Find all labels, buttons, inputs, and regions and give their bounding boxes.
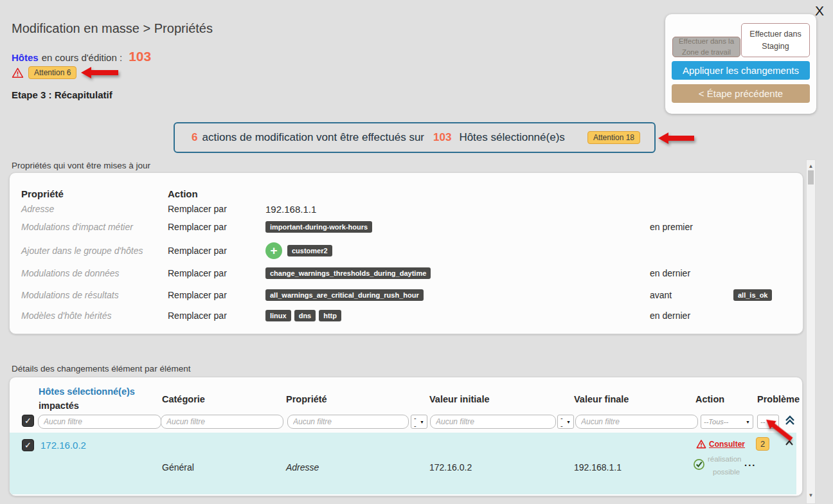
- col-category: Catégorie: [162, 394, 205, 404]
- page-title: Modification en masse > Propriétés: [12, 21, 213, 36]
- caret-down-icon: ▼: [566, 420, 571, 424]
- banner-text-middle: actions de modification vont être effect…: [202, 131, 424, 144]
- table-row: Adresse Remplacer par 192.168.1.1: [10, 201, 803, 217]
- hosts-count: 103: [129, 49, 151, 64]
- value-chip: change_warnings_thresholds_during_daytim…: [265, 267, 431, 279]
- select-all-checkbox[interactable]: ✓: [22, 415, 34, 427]
- filter-input-category[interactable]: [161, 415, 283, 429]
- caret-down-icon: ▼: [420, 420, 424, 424]
- value-chip: important-during-work-hours: [265, 221, 372, 233]
- warning-line: Attention 6: [12, 66, 118, 79]
- annotation-arrow-icon: [81, 66, 118, 79]
- tab-staging-line1: Effectuer dans: [742, 28, 809, 40]
- mass-edit-page: X Modification en masse > Propriétés Hôt…: [0, 0, 833, 504]
- property-name: Modulations de données: [21, 265, 120, 282]
- select-value: --Tous--: [704, 418, 728, 426]
- step-label: Etape 3 : Récapitulatif: [12, 89, 112, 100]
- caret-down-icon: ▼: [746, 420, 750, 424]
- action-type: Remplacer par: [168, 241, 227, 260]
- consult-link[interactable]: Consulter: [709, 440, 745, 449]
- hosts-link[interactable]: Hôtes: [12, 52, 39, 63]
- actions-panel: Effectuer dans la Zone de travail Effect…: [665, 14, 816, 114]
- position-hint: en dernier: [650, 265, 690, 282]
- properties-table: Propriété Action Adresse Remplacer par 1…: [9, 172, 803, 334]
- properties-header-row: Propriété Action: [10, 185, 803, 202]
- warning-icon: [12, 67, 24, 79]
- action-type: Remplacer par: [168, 265, 227, 282]
- col-action: Action: [695, 394, 724, 404]
- subrow-value-initial: 172.16.0.2: [429, 462, 472, 473]
- host-link[interactable]: 172.16.0.2: [40, 440, 86, 451]
- position-hint: en premier: [650, 219, 693, 235]
- actions-count: 6: [192, 131, 197, 144]
- more-actions-button[interactable]: ...: [744, 457, 757, 468]
- scrollbar-thumb[interactable]: [808, 170, 814, 184]
- tab-workzone-line2: Zone de travail: [673, 47, 740, 58]
- summary-banner: 6 actions de modification vont être effe…: [174, 122, 656, 153]
- warning-badge[interactable]: Attention 6: [28, 66, 76, 79]
- col-value-initial: Valeur initiale: [429, 394, 490, 404]
- action-type: Remplacer par: [168, 219, 227, 235]
- banner-hosts-count: 103: [433, 131, 451, 144]
- row-checkbox[interactable]: ✓: [22, 439, 34, 451]
- position-hint: en dernier: [650, 307, 690, 324]
- close-icon[interactable]: X: [815, 4, 824, 17]
- property-name: Ajouter dans le groupe d'hôtes: [21, 241, 143, 260]
- hosts-edit-line: Hôtes en cours d'édition : 103: [12, 49, 151, 64]
- filter-select-action[interactable]: --Tous-- ▼: [701, 415, 753, 429]
- status-possible-line2: possible: [713, 466, 740, 478]
- col-problem: Problème: [757, 394, 800, 404]
- property-name: Modèles d'hôte hérités: [21, 307, 111, 324]
- filter-input-value-final[interactable]: [575, 415, 698, 429]
- col-hosts-impacted[interactable]: Hôtes sélectionné(e)s: [39, 386, 135, 397]
- subrow-category: Général: [162, 462, 194, 473]
- status-possible-line1: réalisation: [708, 453, 741, 465]
- filter-select-initial-op[interactable]: -- ▼: [411, 415, 427, 429]
- details-section-title: Détails des changements élément par élém…: [12, 364, 190, 374]
- col-value-final: Valeur finale: [574, 394, 629, 404]
- property-name: Modulations de résultats: [21, 287, 119, 303]
- new-value: 192.168.1.1: [265, 201, 316, 217]
- table-row: Modulations de données Remplacer par cha…: [10, 265, 803, 282]
- action-type: Remplacer par: [168, 201, 227, 217]
- subrow-value-final: 192.168.1.1: [574, 462, 622, 473]
- action-type: Remplacer par: [168, 307, 227, 324]
- tab-workzone-line1: Effectuer dans la: [673, 36, 740, 47]
- table-row: Ajouter dans le groupe d'hôtes Remplacer…: [10, 241, 803, 260]
- hosts-edit-text: en cours d'édition :: [42, 52, 122, 63]
- col-hosts-impacted-line2: impactés: [39, 401, 79, 411]
- col-property: Propriété: [286, 394, 327, 404]
- host-row-group: ✓ 172.16.0.2 Consulter 2 Général Adresse…: [10, 433, 796, 494]
- tab-staging[interactable]: Effectuer dans Staging: [741, 23, 810, 57]
- reference-chip: all_is_ok: [733, 289, 772, 301]
- filter-input-hosts[interactable]: [38, 415, 161, 429]
- scroll-down-icon[interactable]: ▼: [807, 492, 815, 498]
- properties-section-title: Propriétés qui vont être mises à jour: [12, 161, 150, 170]
- select-value: --: [414, 414, 418, 429]
- filter-input-property[interactable]: [287, 415, 409, 429]
- select-value: --: [560, 414, 564, 429]
- value-chip: customer2: [287, 245, 332, 256]
- value-chip: http: [319, 310, 341, 321]
- warning-icon: [696, 439, 706, 449]
- filter-select-final-op[interactable]: -- ▼: [557, 415, 574, 429]
- table-row: Modulations d'impact métier Remplacer pa…: [10, 219, 803, 235]
- table-row: Modèles d'hôte hérités Remplacer par lin…: [10, 307, 803, 324]
- vertical-scrollbar[interactable]: ▲ ▼: [806, 159, 816, 504]
- check-icon: ✓: [24, 440, 31, 450]
- property-name: Modulations d'impact métier: [21, 219, 133, 235]
- action-type: Remplacer par: [168, 287, 227, 303]
- apply-changes-button[interactable]: Appliquer les changements: [672, 61, 810, 80]
- previous-step-button[interactable]: < Étape précédente: [672, 84, 810, 103]
- position-hint: avant: [650, 287, 672, 303]
- banner-text-end: Hôtes sélectionné(e)s: [459, 131, 564, 144]
- annotation-arrow-icon: [762, 415, 794, 444]
- banner-warning-badge[interactable]: Attention 18: [587, 131, 640, 144]
- tab-staging-line2: Staging: [742, 40, 809, 53]
- annotation-arrow-icon: [658, 132, 694, 145]
- value-chip: all_warnings_are_critical_during_rush_ho…: [265, 289, 424, 301]
- tab-workzone[interactable]: Effectuer dans la Zone de travail: [672, 37, 740, 57]
- filter-input-value-initial[interactable]: [430, 415, 556, 429]
- property-name: Adresse: [21, 201, 54, 217]
- scroll-up-icon[interactable]: ▲: [807, 163, 815, 169]
